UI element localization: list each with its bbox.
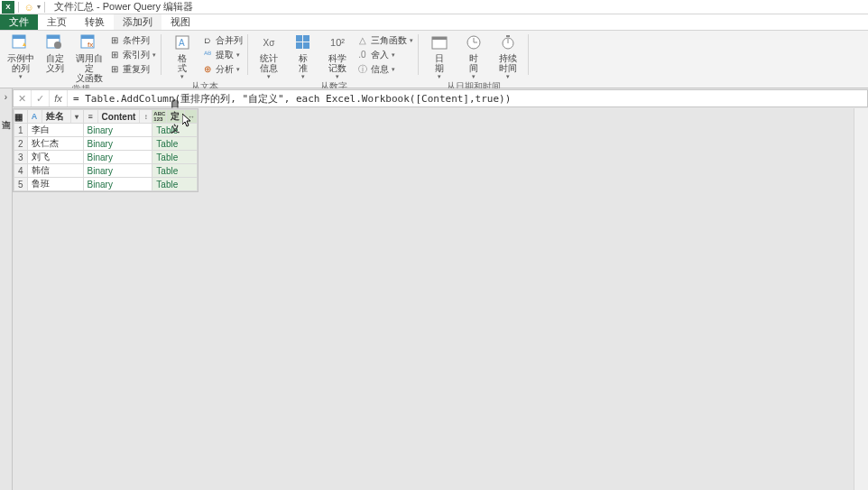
conditional-column-button[interactable]: ⊞条件列 — [108, 33, 156, 47]
svg-text:A: A — [179, 38, 185, 48]
cell-name[interactable]: 韩信 — [27, 164, 83, 178]
expand-column-icon[interactable]: ↔ — [184, 110, 197, 123]
select-all-corner[interactable]: ▦ — [14, 110, 28, 124]
table-row[interactable]: 4韩信BinaryTable — [14, 164, 198, 178]
tab-transform[interactable]: 转换 — [76, 14, 114, 30]
ribbon-tabs: 文件 主页 转换 添加列 视图 — [0, 14, 868, 31]
statistics-button[interactable]: Xσ 统计 信息 ▾ — [254, 33, 284, 80]
column-from-examples-button[interactable]: 示例中 的列 ▾ — [5, 33, 36, 80]
svg-rect-7 — [81, 35, 94, 39]
duplicate-column-button[interactable]: ⊞重复列 — [108, 62, 156, 76]
svg-rect-14 — [303, 42, 309, 49]
info-button[interactable]: ⓘ信息▾ — [356, 62, 413, 76]
format-button[interactable]: A 格 式 ▾ — [167, 33, 198, 80]
column-header-custom[interactable]: ABC 123 自定义 ↔ — [152, 110, 198, 124]
svg-rect-1 — [13, 35, 25, 39]
table-fx-icon: fx — [80, 33, 98, 51]
type-any-icon[interactable]: ABC 123 — [152, 110, 167, 123]
qat-dropdown[interactable]: ▾ — [37, 3, 41, 11]
cell-content[interactable]: Binary — [83, 124, 152, 137]
row-number[interactable]: 1 — [14, 124, 28, 137]
stopwatch-icon — [499, 33, 517, 51]
duplicate-icon: ⊞ — [108, 63, 120, 75]
index-column-button[interactable]: ⊞索引列▾ — [108, 48, 156, 61]
svg-rect-11 — [296, 35, 302, 42]
custom-column-button[interactable]: 自定 义列 — [40, 33, 70, 73]
extract-button[interactable]: ᴬᴮ提取▾ — [201, 48, 243, 61]
cell-custom[interactable]: Table — [152, 178, 198, 191]
row-number[interactable]: 4 — [14, 164, 28, 178]
svg-point-5 — [54, 42, 61, 49]
svg-rect-13 — [296, 42, 302, 49]
time-button[interactable]: 时 间 ▾ — [458, 33, 489, 80]
ribbon-group-general: 示例中 的列 ▾ 自定 义列 fx 调用自定 义函数 ⊞条件列 ⊞索引列▾ ⊞重… — [0, 31, 162, 88]
scientific-button[interactable]: 10² 科学 记数 ▾ — [322, 33, 353, 80]
invoke-function-button[interactable]: fx 调用自定 义函数 — [74, 33, 105, 83]
parse-icon: ⊕ — [201, 63, 213, 75]
type-binary-icon[interactable]: ≡ — [84, 110, 98, 123]
tab-file[interactable]: 文件 — [0, 14, 38, 30]
cell-custom[interactable]: Table — [152, 137, 198, 151]
format-icon: A — [173, 33, 191, 51]
tab-home[interactable]: 主页 — [38, 14, 76, 30]
type-text-icon[interactable]: A — [28, 110, 42, 123]
ten-power-icon: 10² — [328, 33, 346, 51]
smile-icon[interactable]: ☺ — [23, 1, 35, 14]
row-number[interactable]: 3 — [14, 151, 28, 164]
cell-content[interactable]: Binary — [83, 164, 152, 178]
ribbon: 示例中 的列 ▾ 自定 义列 fx 调用自定 义函数 ⊞条件列 ⊞索引列▾ ⊞重… — [0, 31, 868, 88]
cell-custom[interactable]: Table — [152, 151, 198, 164]
cell-name[interactable]: 刘飞 — [27, 151, 83, 164]
rounding-button[interactable]: .0舍入▾ — [356, 48, 413, 61]
duration-button[interactable]: 持续 时间 ▾ — [493, 33, 523, 80]
date-button[interactable]: 日 期 ▾ — [424, 33, 455, 80]
title-bar: X ☺ ▾ 文件汇总 - Power Query 编辑器 — [0, 0, 868, 14]
filter-dropdown-icon[interactable]: ▾ — [70, 110, 83, 123]
window-title: 文件汇总 - Power Query 编辑器 — [54, 0, 193, 14]
formula-cancel-button[interactable]: ✕ — [14, 90, 32, 106]
cell-name[interactable]: 李白 — [27, 124, 83, 137]
formula-commit-button[interactable]: ✓ — [32, 90, 50, 106]
svg-rect-21 — [506, 35, 510, 37]
table-row[interactable]: 5鲁班BinaryTable — [14, 178, 198, 191]
table-row[interactable]: 3刘飞BinaryTable — [14, 151, 198, 164]
queries-pane-collapsed[interactable]: › 查询 — [0, 88, 13, 490]
vertical-scrollbar[interactable] — [854, 108, 868, 490]
table-row[interactable]: 2狄仁杰BinaryTable — [14, 137, 198, 151]
index-icon: ⊞ — [108, 49, 120, 60]
column-header-name[interactable]: A 姓名 ▾ — [27, 110, 83, 124]
trig-button[interactable]: △三角函数▾ — [356, 33, 413, 47]
parse-button[interactable]: ⊕分析▾ — [201, 62, 243, 76]
cell-name[interactable]: 鲁班 — [27, 178, 83, 191]
standard-icon — [294, 33, 312, 51]
cell-content[interactable]: Binary — [83, 151, 152, 164]
data-preview-grid: ▦ A 姓名 ▾ ≡ Con — [14, 109, 198, 191]
merge-icon: ⫐ — [201, 34, 213, 46]
cell-content[interactable]: Binary — [83, 137, 152, 151]
ribbon-group-text: A 格 式 ▾ ⫐合并列 ᴬᴮ提取▾ ⊕分析▾ 从文本 — [162, 31, 248, 88]
expand-icon[interactable]: ↕ — [139, 110, 152, 123]
svg-rect-16 — [432, 37, 447, 40]
formula-text[interactable]: = Table.AddColumn(重排序的列, "自定义", each Exc… — [68, 92, 867, 106]
ribbon-group-number: Xσ 统计 信息 ▾ 标 准 ▾ 10² 科学 记数 ▾ △三角函数▾ .0舍入… — [248, 31, 419, 88]
row-number[interactable]: 2 — [14, 137, 28, 151]
trig-icon: △ — [356, 34, 368, 46]
table-gear-icon — [46, 33, 64, 51]
cell-custom[interactable]: Table — [152, 164, 198, 178]
cell-name[interactable]: 狄仁杰 — [27, 137, 83, 151]
round-icon: .0 — [356, 49, 368, 60]
svg-rect-4 — [47, 35, 60, 39]
column-header-content[interactable]: ≡ Content ↕ — [83, 110, 152, 124]
row-number[interactable]: 5 — [14, 178, 28, 191]
chevron-right-icon[interactable]: › — [5, 92, 7, 102]
standard-button[interactable]: 标 准 ▾ — [288, 33, 319, 80]
sigma-x-icon: Xσ — [260, 33, 278, 51]
merge-columns-button[interactable]: ⫐合并列 — [201, 33, 243, 47]
table-star-icon — [12, 33, 30, 51]
calendar-icon — [430, 33, 448, 51]
cell-content[interactable]: Binary — [83, 178, 152, 191]
tab-view[interactable]: 视图 — [162, 14, 199, 30]
conditional-icon: ⊞ — [108, 34, 120, 46]
fx-icon[interactable]: fx — [50, 90, 68, 106]
tab-add-column[interactable]: 添加列 — [114, 14, 162, 30]
